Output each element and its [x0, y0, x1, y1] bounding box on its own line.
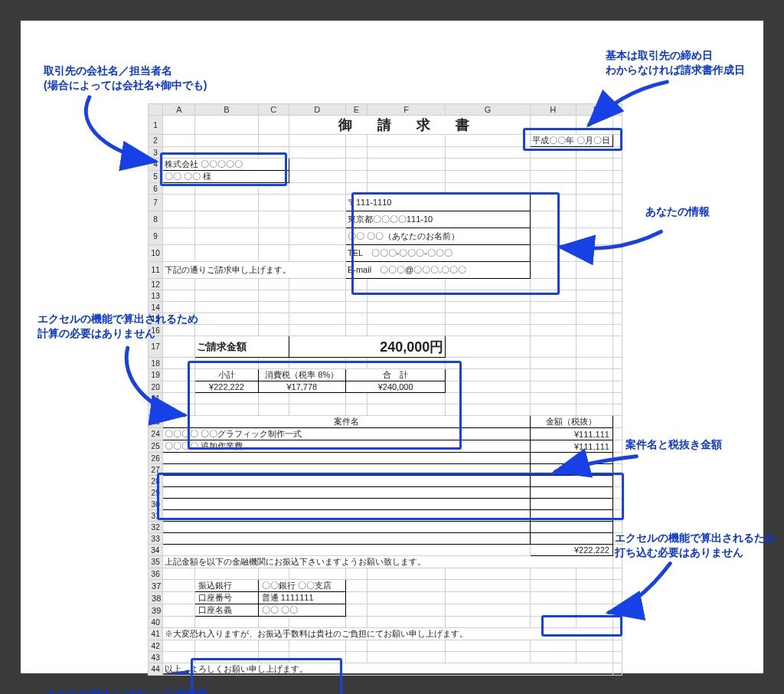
- items-total: ¥222,222: [530, 545, 612, 556]
- sender-name: 〇〇 〇〇（あなたのお名前）: [345, 228, 530, 245]
- closing-text: 以上、よろしくお願い申し上げます。: [163, 663, 613, 676]
- col-header: I: [576, 104, 612, 116]
- invoice-date: 平成〇〇年 〇月〇日: [530, 135, 612, 147]
- col-header: J: [612, 104, 622, 116]
- items-header-name: 案件名: [163, 416, 530, 428]
- summary-total-value: ¥240,000: [345, 381, 445, 393]
- sender-email: E-mail 〇〇〇@〇〇〇.〇〇〇: [345, 262, 530, 279]
- sender-postal: 〒111-1110: [345, 195, 530, 211]
- recipient-company: 株式会社 〇〇〇〇〇: [163, 159, 289, 171]
- col-header: D: [289, 104, 345, 116]
- bank-value: 〇〇銀行 〇〇支店: [258, 580, 345, 592]
- col-header: F: [368, 104, 446, 116]
- callout-sender: あなたの情報: [645, 205, 710, 219]
- col-header: H: [530, 104, 576, 116]
- sender-address: 東京都〇〇〇〇111-10: [345, 211, 530, 228]
- invoice-title: 御 請 求 書: [289, 116, 530, 135]
- callout-recipient: 取引先の会社名／担当者名 (場合によっては会社名+御中でも): [44, 64, 207, 93]
- col-header: G: [446, 104, 530, 116]
- acct-value: 普通 1111111: [258, 592, 345, 604]
- acct-name-label: 口座名義: [195, 604, 258, 617]
- item-name: 〇〇〇〇 〇〇グラフィック制作一式: [163, 428, 530, 440]
- items-header-amount: 金額（税抜）: [530, 416, 612, 428]
- acct-name-value: 〇〇 〇〇: [258, 604, 345, 617]
- request-amount-value: 240,000円: [289, 336, 446, 358]
- callout-calc: エクセルの機能で算出されるため 計算の必要はありません: [38, 312, 198, 341]
- fee-note: ※大変恐れ入りますが、お振込手数料は貴社のご負担にてお願い申し上げます。: [163, 628, 613, 640]
- item-amount: ¥111,111: [530, 440, 612, 453]
- summary-tax-header: 消費税（税率 8%）: [258, 369, 345, 381]
- acct-label: 口座番号: [195, 592, 258, 604]
- bank-label: 振込銀行: [195, 580, 258, 592]
- sender-tel: TEL 〇〇〇-〇〇〇-〇〇〇: [345, 245, 530, 262]
- request-amount-label: ご請求金額: [195, 336, 289, 358]
- callout-bank: あなたが振込んでほしい口座情報: [47, 687, 207, 694]
- lead-text: 下記の通りご請求申し上げます。: [163, 262, 346, 279]
- excel-grid: A B C D E F G H I J 1 御 請 求 書: [148, 103, 622, 663]
- col-header: B: [195, 104, 258, 116]
- summary-subtotal-header: 小計: [195, 369, 258, 381]
- transfer-text: 上記金額を以下の金融機関にお振込下さいますようお願い致します。: [163, 556, 613, 568]
- recipient-person: 〇〇 〇〇 様: [163, 171, 289, 183]
- summary-total-header: 合 計: [345, 369, 445, 381]
- callout-total: エクセルの機能で算出されるため 打ち込む必要はありません: [615, 531, 776, 560]
- col-header: A: [163, 104, 195, 116]
- col-header: C: [258, 104, 289, 116]
- item-name: 〇〇〇〇 追加作業費: [163, 440, 530, 453]
- callout-date: 基本は取引先の締め日 わからなければ請求書作成日: [606, 48, 745, 77]
- summary-tax-value: ¥17,778: [258, 381, 345, 393]
- summary-subtotal-value: ¥222,222: [195, 381, 258, 393]
- callout-items: 案件名と税抜き金額: [626, 437, 722, 452]
- item-amount: ¥111,111: [530, 428, 612, 440]
- col-header: E: [345, 104, 367, 116]
